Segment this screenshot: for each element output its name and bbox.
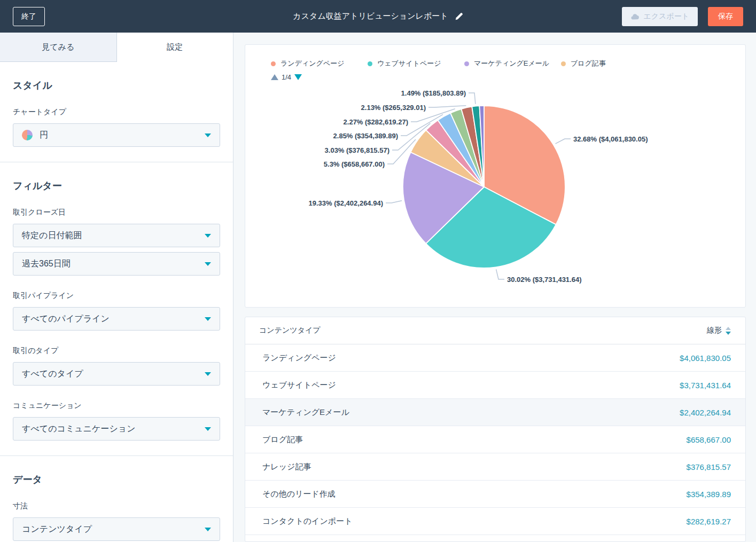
row-value[interactable]: $658,667.00 (687, 435, 731, 444)
chart-type-label: チャートタイプ (13, 107, 220, 117)
row-value[interactable]: $376,815.57 (687, 462, 731, 472)
sort-asc-icon (726, 327, 731, 330)
edit-pencil-icon[interactable] (455, 12, 463, 20)
pie-callout-label: 2.13% ($265,329.01) (361, 104, 426, 112)
communication-value: すべてのコミュニケーション (22, 423, 136, 435)
table-row[interactable]: ナレッジ記事$376,815.57 (245, 453, 745, 481)
pie-label-line (428, 106, 466, 107)
pie-callout-label: 30.02% ($3,731,431.64) (507, 276, 582, 284)
legend-item[interactable]: ブログ記事 (561, 59, 658, 68)
pie-label-line (469, 93, 476, 104)
dimension-label: 寸法 (13, 501, 220, 511)
pie-label-line (556, 139, 571, 144)
close-date-label: 取引クローズ日 (13, 208, 220, 217)
legend-page-down-icon[interactable] (294, 74, 302, 80)
legend-item-label: ブログ記事 (571, 59, 606, 68)
chevron-down-icon (205, 528, 211, 531)
dimension-select[interactable]: コンテンツタイプ (13, 517, 220, 541)
legend-dot-icon (368, 61, 372, 66)
export-button-label: エクスポート (643, 12, 689, 21)
pie-chart[interactable]: 32.68% ($4,061,830.05)30.02% ($3,731,431… (245, 45, 745, 307)
legend-page-indicator: 1/4 (282, 73, 291, 81)
legend-item-label: ウェブサイトページ (377, 59, 441, 68)
close-date-select[interactable]: 特定の日付範囲 (13, 224, 220, 247)
legend-dot-icon (464, 61, 469, 66)
table-row[interactable]: ブログ記事$658,667.00 (245, 426, 745, 453)
legend-item[interactable]: ウェブサイトページ (368, 59, 464, 68)
row-value[interactable]: $282,619.27 (687, 517, 731, 526)
pipeline-select[interactable]: すべてのパイプライン (13, 307, 220, 331)
tab-settings[interactable]: 設定 (117, 33, 233, 62)
style-heading: スタイル (13, 79, 220, 92)
row-category-label: ランディングページ (262, 353, 336, 363)
row-category-label: ウェブサイトページ (262, 380, 336, 390)
legend-dot-icon (561, 61, 566, 66)
row-category-label: その他のリード作成 (262, 489, 336, 499)
sort-desc-icon (726, 332, 731, 335)
legend-dot-icon (271, 61, 276, 66)
chart-type-value: 円 (40, 130, 48, 141)
sidebar-tabs: 見てみる 設定 (0, 33, 233, 62)
pie-callout-label: 19.33% ($2,402,264.94) (309, 199, 384, 207)
legend-item[interactable]: マーケティングEメール (464, 59, 561, 68)
pie-chart-type-icon (22, 130, 33, 140)
deal-type-value: すべてのタイプ (22, 368, 83, 380)
pipeline-value: すべてのパイプライン (22, 313, 110, 325)
chevron-down-icon (205, 234, 211, 238)
pie-label-line (386, 201, 402, 203)
sidebar-divider (0, 455, 233, 456)
close-date-value: 特定の日付範囲 (22, 230, 82, 241)
report-title: カスタム収益アトリビューションレポート (293, 11, 448, 21)
deal-type-select[interactable]: すべてのタイプ (13, 362, 220, 386)
export-button[interactable]: エクスポート (622, 7, 698, 26)
top-bar-actions: エクスポート 保存 (622, 7, 743, 26)
chevron-down-icon (205, 372, 211, 376)
table-row[interactable]: コンタクトのインポート$282,619.27 (245, 508, 745, 535)
date-range-value: 過去365日間 (22, 258, 71, 270)
attribution-table-card: コンテンツタイプ 線形 ランディングページ$4,061,830.05ウェブサイト… (245, 317, 746, 542)
chevron-down-icon (205, 317, 211, 321)
table-header-category: コンテンツタイプ (259, 326, 321, 335)
table-row[interactable]: ウェブサイトページ$3,731,431.64 (245, 372, 745, 399)
row-category-label: コンタクトのインポート (262, 516, 353, 527)
table-body: ランディングページ$4,061,830.05ウェブサイトページ$3,731,43… (245, 344, 745, 535)
pie-callout-label: 5.3% ($658,667.00) (324, 160, 385, 168)
legend-item-label: ランディングページ (280, 59, 344, 68)
pie-callout-label: 3.03% ($376,815.57) (325, 146, 389, 154)
chevron-down-icon (205, 133, 211, 137)
communication-select[interactable]: すべてのコミュニケーション (13, 417, 220, 441)
row-value[interactable]: $4,061,830.05 (680, 354, 731, 363)
chevron-down-icon (205, 262, 211, 266)
chart-type-select[interactable]: 円 (13, 123, 220, 147)
filter-heading: フィルター (13, 179, 220, 192)
save-button[interactable]: 保存 (708, 7, 743, 26)
pie-callout-label: 2.85% ($354,389.89) (333, 132, 398, 140)
row-value[interactable]: $354,389.89 (687, 490, 731, 499)
row-value[interactable]: $3,731,431.64 (680, 381, 731, 390)
chevron-down-icon (205, 427, 211, 431)
date-range-select[interactable]: 過去365日間 (13, 252, 220, 276)
pipeline-label: 取引パイプライン (13, 291, 220, 301)
table-row[interactable]: その他のリード作成$354,389.89 (245, 481, 745, 508)
pie-callout-label: 32.68% ($4,061,830.05) (573, 135, 648, 143)
report-main-area: 32.68% ($4,061,830.05)30.02% ($3,731,431… (233, 33, 756, 542)
legend-pagination: 1/4 (271, 73, 745, 81)
report-title-wrap: カスタム収益アトリビューションレポート (293, 11, 463, 21)
tab-view[interactable]: 見てみる (0, 33, 117, 62)
deal-type-label: 取引のタイプ (13, 346, 220, 356)
table-header: コンテンツタイプ 線形 (245, 317, 745, 344)
table-header-value-sort[interactable]: 線形 (707, 326, 731, 335)
pie-chart-card: 32.68% ($4,061,830.05)30.02% ($3,731,431… (245, 44, 746, 308)
exit-button[interactable]: 終了 (13, 7, 45, 26)
pie-callout-label: 2.27% ($282,619.27) (344, 118, 408, 126)
communication-label: コミュニケーション (13, 401, 220, 411)
top-bar: 終了 カスタム収益アトリビューションレポート エクスポート 保存 (0, 0, 756, 33)
table-row[interactable]: マーケティングEメール$2,402,264.94 (245, 399, 745, 426)
table-row[interactable]: ランディングページ$4,061,830.05 (245, 344, 745, 372)
legend-page-up-icon[interactable] (271, 74, 278, 80)
row-value[interactable]: $2,402,264.94 (680, 408, 731, 417)
row-category-label: ブログ記事 (262, 435, 303, 445)
pie-label-line (496, 269, 504, 279)
legend-item[interactable]: ランディングページ (271, 59, 368, 68)
dimension-value: コンテンツタイプ (22, 524, 92, 535)
